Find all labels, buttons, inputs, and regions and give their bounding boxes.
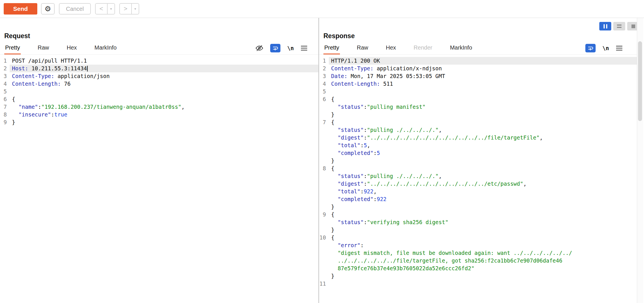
code-line[interactable]: 9{: [319, 211, 637, 218]
show-newlines-button[interactable]: \n: [602, 45, 609, 51]
gear-icon: ⚙: [44, 5, 51, 13]
code-line[interactable]: }: [319, 111, 637, 118]
code-line[interactable]: 7{: [319, 118, 637, 126]
square-icon: [631, 24, 635, 28]
request-title: Request: [4, 32, 318, 40]
code-line[interactable]: ../../../../../../file/targetFile, got s…: [319, 257, 637, 265]
response-tab-markinfo[interactable]: MarkInfo: [449, 42, 473, 54]
code-line[interactable]: 1HTTP/1.1 200 OK: [319, 57, 637, 65]
line-number: 2: [0, 65, 10, 72]
wrap-icon: [272, 45, 279, 51]
code-line[interactable]: "status":"pulling ./../../../.",: [319, 126, 637, 134]
line-number: [319, 272, 329, 280]
response-tab-bar: Pretty Raw Hex Render MarkInfo \n: [319, 42, 637, 55]
show-newlines-button[interactable]: \n: [287, 45, 294, 51]
backslash-n-icon: \n: [287, 45, 294, 51]
eye-slash-icon: [255, 45, 263, 52]
code-line[interactable]: "error":: [319, 241, 637, 249]
code-line[interactable]: "total":5,: [319, 142, 637, 149]
code-line[interactable]: 4Content-Length: 511: [319, 80, 637, 88]
code-line[interactable]: "status":"verifying sha256 digest": [319, 218, 637, 226]
response-menu-button[interactable]: [616, 46, 623, 51]
line-number: [319, 134, 329, 142]
line-number: [319, 157, 329, 165]
code-line[interactable]: 6{: [319, 95, 637, 103]
code-line[interactable]: "status":"pulling ./../../../.",: [319, 172, 637, 180]
code-line[interactable]: "digest":"../../../../../../../../../../…: [319, 134, 637, 142]
request-tab-markinfo[interactable]: MarkInfo: [94, 42, 118, 54]
request-tab-hex[interactable]: Hex: [66, 42, 78, 54]
hide-headers-button[interactable]: [255, 45, 263, 52]
response-title: Response: [323, 32, 637, 40]
code-line[interactable]: 6{: [0, 95, 318, 103]
response-scrollbar[interactable]: [637, 18, 643, 303]
code-line[interactable]: 4Content-Length: 76: [0, 80, 318, 88]
response-tab-render: Render: [413, 42, 433, 54]
settings-button[interactable]: ⚙: [41, 3, 55, 15]
backslash-n-icon: \n: [602, 45, 609, 51]
line-number: [319, 226, 329, 234]
scrollbar-thumb[interactable]: [638, 41, 642, 121]
request-panel: Request Pretty Raw Hex MarkInfo: [0, 18, 318, 303]
code-line[interactable]: 5: [0, 88, 318, 95]
line-number: [319, 249, 329, 257]
code-line[interactable]: }: [319, 272, 637, 280]
hamburger-icon: [301, 46, 307, 51]
back-dropdown-button[interactable]: ▾: [107, 4, 114, 14]
code-line[interactable]: 1POST /api/pull HTTP/1.1: [0, 57, 318, 65]
layout-columns-button[interactable]: [599, 22, 611, 30]
code-line[interactable]: }: [319, 226, 637, 234]
response-editor[interactable]: 1HTTP/1.1 200 OK2Content-Type: applicati…: [319, 57, 637, 288]
request-tab-raw[interactable]: Raw: [37, 42, 50, 54]
response-tab-hex[interactable]: Hex: [385, 42, 397, 54]
code-line[interactable]: "completed":922: [319, 195, 637, 203]
request-menu-button[interactable]: [301, 46, 307, 51]
line-number: 4: [0, 80, 10, 88]
code-line[interactable]: 7 "name":"192.168.200.237/tianweng-anqua…: [0, 103, 318, 111]
line-number: 5: [319, 88, 329, 95]
line-number: 7: [319, 118, 329, 126]
request-editor[interactable]: 1POST /api/pull HTTP/1.12Host: 10.211.55…: [0, 57, 318, 126]
code-line[interactable]: 2Content-Type: application/x-ndjson: [319, 65, 637, 72]
send-button[interactable]: Send: [4, 3, 37, 15]
code-line[interactable]: 2Host: 10.211.55.3:11434: [0, 65, 318, 72]
line-number: 10: [319, 234, 329, 241]
code-line[interactable]: }: [319, 203, 637, 211]
layout-rows-button[interactable]: [613, 22, 625, 30]
code-line[interactable]: "digest mismatch, file must be downloade…: [319, 249, 637, 257]
chevron-left-icon: <: [100, 5, 103, 13]
code-line[interactable]: 8{: [319, 165, 637, 172]
hamburger-icon: [616, 46, 623, 51]
code-line[interactable]: }: [319, 157, 637, 165]
code-line[interactable]: "digest":"../../../../../../../../../../…: [319, 180, 637, 188]
response-tab-pretty[interactable]: Pretty: [323, 42, 340, 54]
code-line[interactable]: 3Date: Mon, 17 Mar 2025 05:53:05 GMT: [319, 72, 637, 80]
code-line[interactable]: 11: [319, 280, 637, 288]
request-tab-pretty[interactable]: Pretty: [4, 42, 21, 54]
forward-dropdown-button[interactable]: ▾: [131, 4, 139, 14]
cancel-button[interactable]: Cancel: [59, 3, 91, 15]
forward-button[interactable]: >: [120, 4, 131, 14]
line-number: 7: [0, 103, 10, 111]
chevron-down-icon: ▾: [110, 7, 112, 11]
text-cursor: [87, 66, 88, 71]
response-tab-raw[interactable]: Raw: [356, 42, 369, 54]
code-line[interactable]: "status":"pulling manifest": [319, 103, 637, 111]
line-number: 2: [319, 65, 329, 72]
code-line[interactable]: 9}: [0, 118, 318, 126]
code-line[interactable]: 8 "insecure":true: [0, 111, 318, 118]
code-line[interactable]: "total":922,: [319, 188, 637, 195]
soft-wrap-button[interactable]: [270, 44, 280, 52]
rows-icon: [617, 24, 622, 28]
pause-columns-icon: [604, 24, 605, 28]
code-line[interactable]: 3Content-Type: application/json: [0, 72, 318, 80]
code-line[interactable]: 5: [319, 88, 637, 95]
code-line[interactable]: "completed":5: [319, 149, 637, 157]
line-number: [319, 203, 329, 211]
line-number: 3: [0, 72, 10, 80]
code-line[interactable]: 87e579fce76b37e4e93b7605022da52e6ccc26fd…: [319, 265, 637, 272]
line-number: 8: [0, 111, 10, 118]
back-button[interactable]: <: [96, 4, 107, 14]
code-line[interactable]: 10{: [319, 234, 637, 241]
soft-wrap-button[interactable]: [585, 44, 596, 52]
